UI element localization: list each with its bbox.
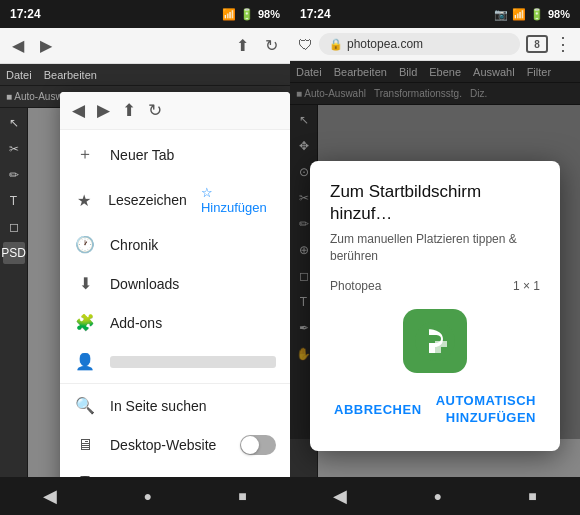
tool-select[interactable]: ↖ [3, 112, 25, 134]
menu-bookmarks[interactable]: ★ Lesezeichen ☆ Hinzufügen [60, 175, 290, 225]
install-label: Installieren [110, 477, 276, 478]
left-nav-back[interactable]: ◀ [33, 481, 67, 511]
tool-psd[interactable]: PSD [3, 242, 25, 264]
desktop-site-toggle[interactable] [240, 435, 276, 455]
right-browser-chrome: 🛡 🔒 photopea.com 8 ⋮ [290, 28, 580, 61]
addons-icon: 🧩 [74, 313, 96, 332]
dialog-actions: ABBRECHEN AUTOMATISCH HINZUFÜGEN [330, 389, 540, 431]
battery-percent: 98% [258, 8, 280, 20]
dialog-subtitle: Zum manuellen Platzieren tippen & berühr… [330, 231, 540, 265]
left-editor-toolbar: Datei Bearbeiten [0, 64, 290, 86]
right-battery-percent: 98% [548, 8, 570, 20]
new-tab-label: Neuer Tab [110, 147, 276, 163]
photopea-logo-svg [413, 319, 457, 363]
tool-brush[interactable]: ✏ [3, 164, 25, 186]
address-bar[interactable]: 🔒 photopea.com [319, 33, 520, 55]
add-to-home-dialog: Zum Startbildschirm hinzuf… Zum manuelle… [310, 161, 560, 451]
share-button[interactable]: ⬆ [232, 34, 253, 57]
menu-forward-icon[interactable]: ▶ [97, 100, 110, 121]
dialog-app-size: 1 × 1 [513, 279, 540, 293]
right-battery-icon: 🔋 [530, 8, 544, 21]
dialog-info-row: Photopea 1 × 1 [330, 279, 540, 293]
forward-button[interactable]: ▶ [36, 34, 56, 57]
camera-icon: 📷 [494, 8, 508, 21]
left-tools-panel: ↖ ✂ ✏ T ◻ PSD [0, 108, 28, 477]
desktop-icon: 🖥 [74, 436, 96, 454]
left-browser-chrome: ◀ ▶ ⬆ ↻ [0, 28, 290, 64]
left-nav-bar: ◀ ● ■ [0, 477, 290, 515]
menu-install[interactable]: 📱 Installieren [60, 465, 290, 477]
left-nav-recent[interactable]: ■ [228, 484, 256, 508]
history-icon: 🕐 [74, 235, 96, 254]
menu-datei[interactable]: Datei [6, 69, 32, 81]
addons-label: Add-ons [110, 315, 276, 331]
bookmark-icon: ★ [74, 191, 94, 210]
dialog-cancel-button[interactable]: ABBRECHEN [330, 398, 426, 421]
bookmarks-label: Lesezeichen [108, 192, 187, 208]
right-editor-stub: Datei Bearbeiten Bild Ebene Auswahl Filt… [290, 61, 580, 477]
menu-back-icon[interactable]: ◀ [72, 100, 85, 121]
menu-share-icon[interactable]: ⬆ [122, 100, 136, 121]
right-nav-bar: ◀ ● ■ [290, 477, 580, 515]
right-shield-icon: 🛡 [298, 36, 313, 53]
downloads-icon: ⬇ [74, 274, 96, 293]
right-signal-icon: 📶 [512, 8, 526, 21]
new-tab-icon: ＋ [74, 144, 96, 165]
lock-icon: 🔒 [329, 38, 343, 51]
left-panel: 17:24 📶 🔋 98% ◀ ▶ ⬆ ↻ Datei Bearbeiten ■… [0, 0, 290, 515]
tool-crop[interactable]: ✂ [3, 138, 25, 160]
right-status-icons: 📷 📶 🔋 98% [494, 8, 570, 21]
menu-downloads[interactable]: ⬇ Downloads [60, 264, 290, 303]
install-icon: 📱 [74, 475, 96, 477]
left-time: 17:24 [10, 7, 41, 21]
menu-find-in-page[interactable]: 🔍 In Seite suchen [60, 386, 290, 425]
tool-shape[interactable]: ◻ [3, 216, 25, 238]
left-nav-home[interactable]: ● [134, 484, 162, 508]
signal-icon: 📶 [222, 8, 236, 21]
search-icon: 🔍 [74, 396, 96, 415]
right-menu-icon[interactable]: ⋮ [554, 33, 572, 55]
find-in-page-label: In Seite suchen [110, 398, 276, 414]
right-panel: 17:24 📷 📶 🔋 98% 🛡 🔒 photopea.com 8 ⋮ Dat… [290, 0, 580, 515]
history-label: Chronik [110, 237, 276, 253]
right-time: 17:24 [300, 7, 331, 21]
reload-button[interactable]: ↻ [261, 34, 282, 57]
menu-header: ◀ ▶ ⬆ ↻ [60, 92, 290, 130]
dialog-title: Zum Startbildschirm hinzuf… [330, 181, 540, 225]
right-status-bar: 17:24 📷 📶 🔋 98% [290, 0, 580, 28]
tool-text[interactable]: T [3, 190, 25, 212]
browser-dropdown-menu: ◀ ▶ ⬆ ↻ ＋ Neuer Tab ★ Lesezeichen ☆ Hinz… [60, 92, 290, 477]
battery-icon: 🔋 [240, 8, 254, 21]
left-status-icons: 📶 🔋 98% [222, 8, 280, 21]
dialog-auto-add-button[interactable]: AUTOMATISCH HINZUFÜGEN [426, 389, 540, 431]
left-status-bar: 17:24 📶 🔋 98% [0, 0, 290, 28]
right-nav-home[interactable]: ● [424, 484, 452, 508]
account-icon: 👤 [74, 352, 96, 371]
right-nav-back[interactable]: ◀ [323, 481, 357, 511]
menu-bearbeiten[interactable]: Bearbeiten [44, 69, 97, 81]
menu-desktop-site[interactable]: 🖥 Desktop-Website [60, 425, 290, 465]
left-editor-stub: Datei Bearbeiten ■ Auto-Auswahl ↖ ✂ ✏ T … [0, 64, 290, 477]
dialog-app-name: Photopea [330, 279, 381, 293]
url-text: photopea.com [347, 37, 423, 51]
menu-reload-icon[interactable]: ↻ [148, 100, 162, 121]
dialog-app-icon [403, 309, 467, 373]
menu-new-tab[interactable]: ＋ Neuer Tab [60, 134, 290, 175]
menu-history[interactable]: 🕐 Chronik [60, 225, 290, 264]
bookmarks-action[interactable]: ☆ Hinzufügen [201, 185, 276, 215]
menu-items-list: ＋ Neuer Tab ★ Lesezeichen ☆ Hinzufügen 🕐… [60, 130, 290, 477]
account-label [110, 356, 276, 368]
tab-count-badge[interactable]: 8 [526, 35, 548, 53]
menu-addons[interactable]: 🧩 Add-ons [60, 303, 290, 342]
menu-divider-1 [60, 383, 290, 384]
downloads-label: Downloads [110, 276, 276, 292]
desktop-site-label: Desktop-Website [110, 437, 226, 453]
back-button[interactable]: ◀ [8, 34, 28, 57]
menu-user-account[interactable]: 👤 [60, 342, 290, 381]
right-nav-recent[interactable]: ■ [518, 484, 546, 508]
menu-header-icons: ◀ ▶ ⬆ ↻ [72, 100, 162, 121]
